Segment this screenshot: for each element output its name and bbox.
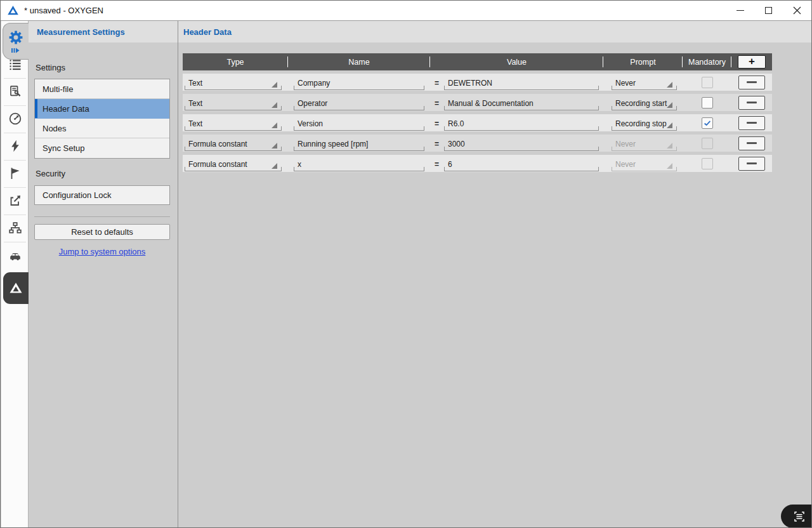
flag-icon: [8, 166, 23, 181]
tab-dewetron-logo[interactable]: [3, 272, 29, 304]
remove-row-button[interactable]: [738, 116, 765, 130]
settings-list-item[interactable]: Multi-file: [35, 79, 169, 99]
sidebar-item-export[interactable]: [1, 190, 29, 211]
window-title: * unsaved - OXYGEN: [24, 6, 103, 15]
table-row: Formula constant Running speed [rpm] = 3…: [183, 135, 772, 152]
page-title: Header Data: [183, 27, 232, 37]
mandatory-checkbox[interactable]: [702, 97, 713, 109]
configuration-lock-label: Configuration Lock: [43, 190, 111, 200]
column-header-prompt: Prompt: [603, 53, 683, 70]
name-input[interactable]: Operator: [294, 97, 424, 110]
type-dropdown[interactable]: Text: [185, 97, 282, 110]
table-row: Text Operator = Manual & Documentation R…: [183, 94, 772, 111]
power-icon: [8, 138, 23, 154]
settings-list-item[interactable]: Header Data: [35, 99, 169, 119]
sidebar-rail: [1, 21, 29, 528]
sidebar-item-setup[interactable]: [1, 81, 29, 102]
equals-sign: =: [435, 118, 439, 128]
measure-screens-icon: [11, 48, 20, 53]
chevron-corner-icon: [667, 122, 672, 128]
jump-to-system-options-link[interactable]: Jump to system options: [29, 247, 176, 256]
table-body: Text Company = DEWETRON Never: [183, 74, 772, 172]
value-input[interactable]: 6: [444, 158, 599, 171]
equals-sign: =: [435, 159, 439, 169]
sidebar-item-power[interactable]: [1, 135, 29, 157]
settings-panel-header: Measurement Settings: [29, 21, 178, 43]
name-input[interactable]: x: [294, 158, 424, 171]
maximize-icon: [765, 7, 772, 14]
value-input[interactable]: 3000: [444, 138, 599, 151]
prompt-dropdown[interactable]: Recording start: [612, 97, 677, 110]
settings-list-item[interactable]: Sync Setup: [35, 138, 169, 158]
type-dropdown[interactable]: Text: [185, 77, 282, 90]
minimize-button[interactable]: [726, 1, 754, 20]
close-icon: [793, 6, 801, 15]
column-header-type: Type: [183, 53, 288, 70]
name-input[interactable]: Version: [294, 117, 424, 131]
settings-section-label: Settings: [36, 63, 65, 72]
value-input[interactable]: DEWETRON: [444, 77, 599, 90]
configuration-lock-button[interactable]: Configuration Lock: [34, 185, 170, 205]
window-controls: [726, 1, 811, 20]
type-dropdown[interactable]: Formula constant: [185, 158, 282, 171]
column-header-mandatory: Mandatory: [683, 53, 731, 70]
gauge-icon: [8, 111, 23, 126]
maximize-button[interactable]: [754, 1, 783, 20]
security-section-label: Security: [36, 169, 65, 178]
table-row: Formula constant x = 6 Never: [183, 155, 772, 172]
oxygen-window: * unsaved - OXYGEN: [0, 0, 812, 528]
dewetron-logo-icon: [8, 280, 23, 296]
settings-gear-icon[interactable]: [8, 29, 24, 46]
titlebar: * unsaved - OXYGEN: [1, 1, 811, 21]
sidebar-item-network[interactable]: [1, 217, 29, 239]
prompt-dropdown: Never: [612, 158, 677, 171]
remove-row-button[interactable]: [738, 96, 765, 110]
remove-row-button[interactable]: [738, 157, 765, 171]
equals-sign: =: [435, 98, 439, 108]
chevron-corner-icon: [667, 102, 672, 108]
settings-item-label: Header Data: [43, 104, 89, 114]
equals-sign: =: [435, 138, 439, 148]
value-input[interactable]: R6.0: [444, 117, 599, 131]
chevron-corner-icon: [667, 82, 672, 88]
table-header-row: Type Name Value Prompt Mandatory +: [183, 53, 772, 70]
sidebar-item-channel-list[interactable]: [1, 54, 29, 76]
value-input[interactable]: Manual & Documentation: [444, 97, 599, 110]
name-input[interactable]: Company: [294, 77, 424, 90]
type-dropdown[interactable]: Formula constant: [185, 138, 282, 151]
chevron-corner-icon: [667, 163, 672, 169]
vehicle-icon: [7, 248, 23, 263]
table-row: Text Company = DEWETRON Never: [183, 74, 772, 91]
prompt-dropdown[interactable]: Never: [612, 77, 677, 90]
mandatory-checkbox[interactable]: [702, 117, 713, 129]
chevron-corner-icon: [272, 102, 277, 108]
prompt-dropdown: Never: [612, 138, 677, 151]
column-header-value: Value: [430, 53, 603, 70]
settings-item-label: Multi-file: [43, 84, 73, 94]
close-button[interactable]: [783, 1, 811, 20]
name-input[interactable]: Running speed [rpm]: [294, 138, 424, 151]
settings-list-item[interactable]: Nodes: [35, 119, 169, 138]
add-row-button[interactable]: +: [738, 55, 766, 69]
column-header-name: Name: [288, 53, 430, 70]
minimize-icon: [737, 10, 744, 11]
table-row: Text Version = R6.0 Recording stop: [183, 114, 772, 131]
sidebar-item-vehicle[interactable]: [1, 245, 29, 267]
reset-to-defaults-button[interactable]: Reset to defaults: [34, 224, 170, 240]
plus-icon: +: [749, 56, 755, 67]
chevron-corner-icon: [272, 82, 277, 88]
mandatory-checkbox: [702, 138, 713, 149]
sidebar-item-events[interactable]: [1, 162, 29, 184]
remove-row-button[interactable]: [738, 136, 765, 150]
remove-row-button[interactable]: [738, 76, 765, 89]
settings-item-label: Nodes: [43, 124, 67, 133]
sidebar-item-measurement[interactable]: [1, 108, 29, 129]
prompt-dropdown[interactable]: Recording stop: [612, 117, 677, 131]
channel-list-overlay-button[interactable]: [781, 505, 812, 528]
header-data-table: Type Name Value Prompt Mandatory + Text …: [183, 53, 772, 172]
settings-item-label: Sync Setup: [43, 143, 85, 153]
column-header-add: +: [731, 53, 772, 70]
mandatory-checkbox: [702, 158, 713, 169]
settings-list: Multi-file Header Data Nodes Sync Setup: [34, 79, 170, 159]
type-dropdown[interactable]: Text: [185, 117, 282, 131]
